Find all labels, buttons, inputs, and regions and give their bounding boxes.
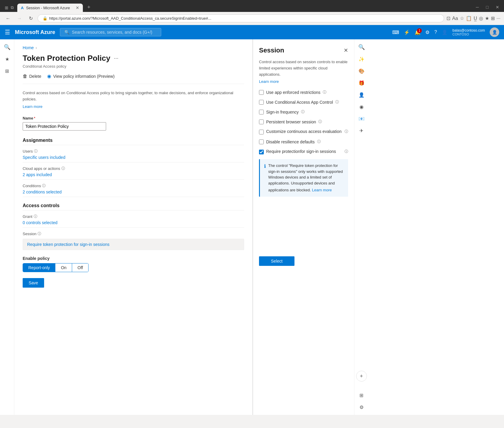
require-protection-info-icon: ⓘ [345,149,348,154]
sidebar-dashboard-icon[interactable]: ⊞ [2,66,13,76]
toggle-on[interactable]: On [55,263,72,272]
hamburger-menu[interactable]: ☰ [5,29,10,36]
users-info-icon: ⓘ [34,149,38,154]
right-person-icon[interactable]: 👤 [356,89,367,100]
tab-bar: ⊞ ⧉ A Session - Microsoft Azure ✕ + ─ □ … [0,0,504,12]
right-outlook-icon[interactable]: 📧 [356,113,367,124]
session-value[interactable]: Require token protection for sign-in ses… [27,242,109,247]
grant-value[interactable]: 0 controls selected [23,220,244,228]
browser-fav-icon[interactable]: ☆ [460,15,464,21]
page-subtitle: Conditional Access policy [23,64,244,69]
info-learn-more-link[interactable]: Learn more [312,187,332,193]
new-tab-button[interactable]: + [84,2,94,12]
user-email: balas@contoso.com [452,28,485,32]
copilot-icon[interactable]: ⚡ [404,30,410,35]
checkbox-ca-app-control-input[interactable] [259,100,264,105]
checkbox-customize-cae-input[interactable] [259,130,264,134]
extension-icon2[interactable]: ◎ [479,15,483,21]
users-value[interactable]: Specific users included [23,155,244,162]
name-field-group: Name * [23,116,244,131]
tab-title: Session - Microsoft Azure [26,6,70,10]
address-bar[interactable]: 🔒 https://portal.azure.com/?Microsoft_AA… [38,14,444,22]
minimize-button[interactable]: ─ [474,4,481,11]
refresh-button[interactable]: ↻ [26,14,35,23]
right-sparkle-icon[interactable]: ✨ [356,54,367,64]
access-controls-section: Access controls Grant ⓘ 0 controls selec… [23,203,244,250]
right-paint-icon[interactable]: 🎨 [356,66,367,76]
checkbox-persistent-browser: Persistent browser session ⓘ [259,119,348,124]
cloud-apps-field: Cloud apps or actions ⓘ 2 apps included [23,166,244,180]
enable-policy-section: Enable policy Report-only On Off [23,256,244,272]
conditions-value[interactable]: 2 conditions selected [23,190,244,197]
cloud-apps-value[interactable]: 2 apps included [23,172,244,180]
save-button[interactable]: Save [23,278,44,288]
search-icon: 🔍 [64,30,69,35]
sidebar-favorite-icon[interactable]: ★ [2,54,13,64]
info-box-icon: ℹ [264,163,266,170]
checkbox-persistent-browser-label: Persistent browser session [266,120,316,124]
right-search-icon[interactable]: 🔍 [356,42,367,52]
checkbox-persistent-browser-input[interactable] [259,120,264,124]
checkbox-disable-resilience-label: Disable resilience defaults [266,139,315,144]
favorites-icon[interactable]: ★ [485,15,489,21]
right-expand-icon[interactable]: ⊞ [356,390,367,401]
user-info[interactable]: balas@contoso.com CONTOSO [452,28,485,36]
more-menu-button[interactable]: ··· [114,55,118,61]
browser-tab-active[interactable]: A Session - Microsoft Azure ✕ [17,4,83,12]
session-panel-close[interactable]: ✕ [344,47,348,54]
main-layout: 🔍 ★ ⊞ Home › Token Protection Policy ···… [0,39,504,415]
right-add-icon[interactable]: + [356,371,367,382]
extension-icon1[interactable]: U̲ [474,15,477,21]
checkbox-sign-in-freq-input[interactable] [259,110,264,114]
enable-policy-label: Enable policy [23,256,244,261]
breadcrumb-home[interactable]: Home [23,45,34,50]
right-gift-icon[interactable]: 🎁 [356,77,367,88]
toggle-report-only[interactable]: Report-only [23,263,55,272]
main-learn-more-link[interactable]: Learn more [23,104,244,109]
toggle-off[interactable]: Off [72,263,88,272]
select-button[interactable]: Select [259,256,294,266]
name-input[interactable] [23,122,106,131]
back-button[interactable]: ← [4,14,13,23]
azure-search-bar[interactable]: 🔍 Search resources, services, and docs (… [60,28,161,36]
title-actions: 🗑 Delete ◉ View policy information (Prev… [23,73,244,84]
cloud-shell-icon[interactable]: ⌨ [392,30,399,35]
grant-label: Grant [23,214,32,219]
delete-button[interactable]: 🗑 Delete [23,74,41,79]
tab-close-icon[interactable]: ✕ [76,5,79,10]
checkbox-require-protection-input[interactable] [259,150,264,154]
checkbox-ca-app-control-label: Use Conditional Access App Control [266,100,333,105]
session-info-icon: ⓘ [38,231,41,236]
checkbox-use-app-enforced-input[interactable] [259,90,264,95]
help-icon[interactable]: ? [434,30,437,35]
access-controls-title: Access controls [23,203,244,210]
session-panel: Session ✕ Control access based on sessio… [253,39,354,415]
split-screen-icon[interactable]: ⊡ [446,15,450,21]
more-options-button[interactable]: ··· [497,16,500,21]
session-learn-more-link[interactable]: Learn more [259,79,348,84]
session-box[interactable]: Require token protection for sign-in ses… [23,239,244,250]
required-indicator: * [34,116,35,120]
view-policy-button[interactable]: ◉ View policy information (Preview) [47,73,114,79]
maximize-button[interactable]: □ [484,4,491,11]
read-mode-icon[interactable]: Aa [452,16,458,21]
settings-icon[interactable]: ⚙ [425,30,429,35]
close-window-button[interactable]: ✕ [493,4,502,11]
right-settings-icon[interactable]: ⚙ [356,402,367,413]
page-title: Token Protection Policy [23,54,110,63]
forward-button[interactable]: → [15,14,24,23]
avatar[interactable]: 👤 [490,27,499,37]
checkbox-sign-in-freq-label: Sign-in frequency [266,110,299,114]
tab-group-icon: ⊞ [5,5,8,10]
checkbox-customize-cae: Customize continuous access evaluation ⓘ [259,129,348,134]
sidebar-search-icon[interactable]: 🔍 [2,42,13,52]
conditions-field: Conditions ⓘ 2 conditions selected [23,183,244,197]
view-policy-icon: ◉ [47,73,51,79]
sidebar-toggle[interactable]: ⊞ [491,15,495,21]
account-icon[interactable]: 👤 [442,30,448,35]
collection-icon[interactable]: 📋 [466,15,472,21]
right-sphere-icon[interactable]: ◉ [356,101,367,112]
checkbox-disable-resilience-input[interactable] [259,139,264,144]
right-plane-icon[interactable]: ✈ [356,125,367,136]
delete-icon: 🗑 [23,74,27,79]
